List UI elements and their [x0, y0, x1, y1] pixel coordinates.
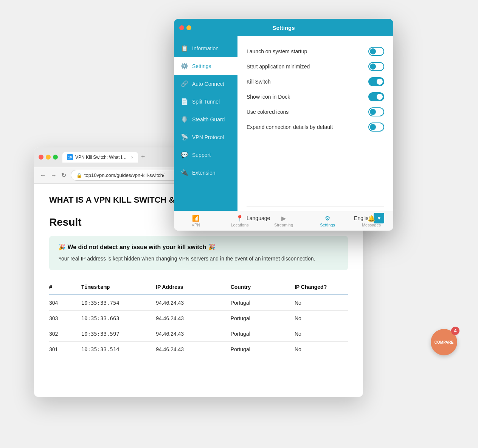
setting-row-kill-switch: Kill Switch [247, 74, 384, 89]
nav-item-streaming[interactable]: ▶ Streaming [262, 212, 306, 229]
setting-label: Kill Switch [247, 79, 271, 85]
toggle-show-icon-in-dock[interactable] [368, 92, 384, 101]
vpn-window-title: Settings [272, 25, 295, 31]
new-tab-button[interactable]: + [141, 153, 145, 161]
forward-button[interactable]: → [51, 172, 57, 179]
setting-row-show-icon-in-dock: Show icon in Dock [247, 89, 384, 104]
setting-label: Launch on system startup [247, 48, 307, 54]
toggle-expand-connection-details-by-default[interactable] [368, 122, 384, 132]
row-country: Portugal [231, 342, 295, 357]
setting-row-expand-connection-details-by-default: Expand connection details by default [247, 119, 384, 135]
sidebar-item-extension[interactable]: 🔌 Extension [174, 164, 237, 181]
support-icon: 💬 [181, 151, 188, 158]
vpn-close-dot[interactable] [179, 25, 184, 30]
vpn-bottom-nav: 📶 VPN 📍 Locations ▶ Streaming ⚙ Settings… [174, 211, 393, 231]
row-country: Portugal [231, 311, 295, 326]
nav-item-vpn[interactable]: 📶 VPN [174, 212, 218, 229]
stealth-guard-icon: 🛡️ [181, 116, 188, 123]
sidebar-item-split-tunnel[interactable]: 📄 Split Tunnel [174, 93, 237, 110]
compare-badge: 4 [451, 327, 459, 335]
auto-connect-icon: 🔗 [181, 80, 188, 87]
toggle-start-application-minimized[interactable] [368, 62, 384, 71]
lock-icon: 🔒 [76, 173, 82, 178]
toggle-launch-on-system-startup[interactable] [368, 47, 384, 56]
toggle-kill-switch[interactable] [368, 77, 384, 86]
streaming-nav-label: Streaming [274, 223, 293, 227]
vpn-sidebar: 📋 Information ⚙️ Settings 🔗 Auto Connect… [174, 36, 237, 211]
result-banner: 🎉 We did not detect any issue with your … [49, 236, 348, 270]
locations-nav-label: Locations [231, 223, 248, 227]
fullscreen-dot[interactable] [53, 155, 58, 160]
extension-icon: 🔌 [181, 169, 188, 176]
row-timestamp: 10:35:33.663 [81, 311, 156, 326]
streaming-nav-icon: ▶ [281, 215, 286, 222]
vpn-nav-label: VPN [192, 223, 200, 227]
settings-nav-icon: ⚙ [325, 215, 330, 222]
row-ip: 94.46.24.43 [156, 311, 231, 326]
vpn-titlebar: Settings [174, 19, 393, 36]
setting-row-start-application-minimized: Start application minimized [247, 59, 384, 74]
minimize-dot[interactable] [46, 155, 51, 160]
sidebar-item-auto-connect[interactable]: 🔗 Auto Connect [174, 75, 237, 93]
browser-traffic-lights [39, 155, 58, 160]
setting-label: Show icon in Dock [247, 94, 290, 100]
row-num: 302 [49, 326, 81, 342]
row-ip-changed: No [295, 342, 348, 357]
sidebar-item-support[interactable]: 💬 Support [174, 146, 237, 164]
row-num: 301 [49, 342, 81, 357]
compare-button[interactable]: 4 COMPARE [431, 329, 457, 355]
setting-label: Use colored icons [247, 109, 289, 115]
setting-label: Expand connection details by default [247, 124, 333, 130]
row-timestamp: 10:35:33.514 [81, 342, 156, 357]
setting-row-launch-on-system-startup: Launch on system startup [247, 44, 384, 59]
messages-nav-icon: 🔔 [368, 215, 375, 222]
row-ip-changed: No [295, 311, 348, 326]
sidebar-item-vpn-protocol[interactable]: 📡 VPN Protocol [174, 128, 237, 146]
row-ip-changed: No [295, 295, 348, 311]
sidebar-item-stealthguard-label: Stealth Guard [192, 116, 225, 122]
settings-icon: ⚙️ [181, 62, 188, 70]
row-timestamp: 10:35:33.754 [81, 295, 156, 311]
settings-content: Launch on system startup Start applicati… [247, 44, 384, 203]
locations-nav-icon: 📍 [236, 215, 244, 222]
vpn-traffic-lights [179, 25, 191, 30]
toggle-use-colored-icons[interactable] [368, 107, 384, 116]
messages-nav-label: Messages [362, 223, 381, 227]
setting-row-use-colored-icons: Use colored icons [247, 104, 384, 119]
row-num: 303 [49, 311, 81, 326]
sidebar-item-splittunnel-label: Split Tunnel [192, 99, 220, 105]
banner-description: Your real IP address is kept hidden when… [58, 254, 339, 263]
table-row: 302 10:35:33.597 94.46.24.43 Portugal No [49, 326, 348, 342]
sidebar-item-settings[interactable]: ⚙️ Settings [174, 57, 237, 75]
table-row: 303 10:35:33.663 94.46.24.43 Portugal No [49, 311, 348, 326]
information-icon: 📋 [181, 45, 188, 52]
sidebar-item-extension-label: Extension [192, 170, 215, 176]
back-button[interactable]: ← [40, 172, 46, 179]
vpn-body: 📋 Information ⚙️ Settings 🔗 Auto Connect… [174, 36, 393, 211]
sidebar-item-information[interactable]: 📋 Information [174, 39, 237, 57]
col-header-country: Country [231, 279, 295, 295]
browser-tab[interactable]: 10 VPN Kill Switch: What Is It & H × [62, 152, 138, 163]
sidebar-item-stealth-guard[interactable]: 🛡️ Stealth Guard [174, 110, 237, 128]
col-header-timestamp: Timestamp [81, 279, 156, 295]
vpn-settings-main: Launch on system startup Start applicati… [237, 36, 393, 211]
nav-item-settings[interactable]: ⚙ Settings [306, 212, 349, 229]
nav-item-messages[interactable]: 🔔 Messages [349, 212, 393, 229]
sidebar-item-vpnprotocol-label: VPN Protocol [192, 134, 224, 140]
close-dot[interactable] [39, 155, 43, 160]
settings-nav-label: Settings [320, 223, 335, 227]
split-tunnel-icon: 📄 [181, 98, 188, 105]
vpn-minimize-dot[interactable] [186, 25, 191, 30]
vpn-nav-icon: 📶 [192, 215, 200, 222]
vpn-settings-window: Settings 📋 Information ⚙️ Settings 🔗 Aut… [174, 19, 393, 231]
table-row: 304 10:35:33.754 94.46.24.43 Portugal No [49, 295, 348, 311]
tab-close-button[interactable]: × [131, 155, 133, 160]
banner-title: 🎉 We did not detect any issue with your … [58, 243, 339, 251]
refresh-button[interactable]: ↻ [61, 172, 66, 179]
nav-item-locations[interactable]: 📍 Locations [218, 212, 262, 229]
setting-label: Start application minimized [247, 64, 310, 70]
compare-label: COMPARE [435, 340, 453, 344]
row-timestamp: 10:35:33.597 [81, 326, 156, 342]
col-header-changed: IP Changed? [295, 279, 348, 295]
col-header-num: # [49, 279, 81, 295]
